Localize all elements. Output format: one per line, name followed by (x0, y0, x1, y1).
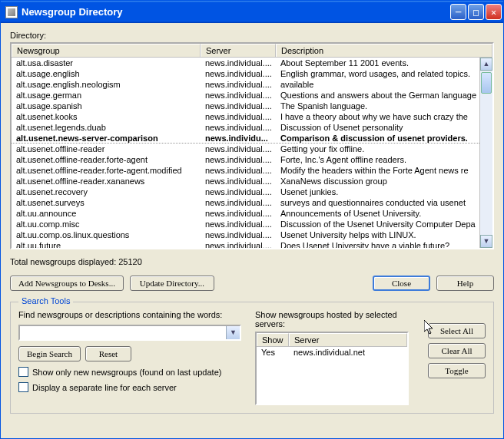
checkbox-label: Display a separate line for each server (32, 383, 177, 392)
select-all-button[interactable]: Select All (428, 323, 486, 338)
table-row[interactable]: alt.usage.germannews.individual....Quest… (12, 90, 479, 101)
help-button[interactable]: Help (436, 276, 494, 291)
table-row[interactable]: alt.usage.spanishnews.individual....The … (12, 101, 479, 111)
cell-newsgroup: alt.usenet.offline-reader (12, 144, 201, 154)
cell-newsgroup: alt.usenet.surveys (12, 197, 201, 208)
table-row[interactable]: alt.usage.english.neologismnews.individu… (12, 79, 479, 90)
vertical-scrollbar[interactable]: ▲ ▼ (479, 58, 492, 248)
cell-description: English grammar, word usages, and relate… (276, 68, 479, 79)
table-row[interactable]: alt.usenet.offline-reader.forte-agent.mo… (12, 165, 479, 176)
server-row[interactable]: Yesnews.individual.net (257, 347, 407, 358)
table-row[interactable]: alt.usenet.offline-reader.forte-agentnew… (12, 154, 479, 165)
cell-newsgroup: alt.usage.spanish (12, 101, 201, 111)
cell-server: news.individual.... (201, 208, 276, 219)
col-server[interactable]: Server (201, 44, 276, 57)
cell-server: news.individual.net (293, 347, 365, 358)
app-icon (5, 6, 18, 18)
table-row[interactable]: alt.usenet.kooksnews.individual....I hav… (12, 111, 479, 122)
scroll-track[interactable] (480, 71, 492, 235)
col-show[interactable]: Show (257, 333, 289, 346)
table-row[interactable]: alt.usenet.offline-readernews.individual… (12, 144, 479, 154)
cell-description: XanaNews discussion group (276, 176, 479, 186)
cell-newsgroup: alt.usage.english (12, 68, 201, 79)
close-button[interactable]: Close (373, 276, 430, 291)
search-tools-group: Search Tools Find newsgroups or descript… (10, 302, 494, 414)
cell-description: About September 11 2001 events. (276, 58, 479, 68)
cell-description: Does Usenet University have a viable fut… (276, 240, 479, 248)
show-hosted-label: Show newsgroups hosted by selected serve… (255, 310, 420, 328)
search-combo[interactable]: ▼ (18, 325, 241, 341)
cell-server: news.individual.... (201, 68, 276, 79)
col-description[interactable]: Description (276, 44, 492, 57)
cell-server: news.individual.... (201, 240, 276, 248)
col-newsgroup[interactable]: Newsgroup (12, 44, 201, 57)
toggle-button[interactable]: Toggle (428, 363, 486, 378)
add-newsgroups-button[interactable]: Add Newsgroups to Desks... (10, 276, 124, 291)
table-row[interactable]: alt.uu.comp.miscnews.individual....Discu… (12, 219, 479, 229)
list-header[interactable]: Newsgroup Server Description (12, 44, 492, 58)
cell-newsgroup: alt.usage.german (12, 90, 201, 101)
col-server-name[interactable]: Server (289, 333, 407, 346)
table-row[interactable]: alt.usenet.surveysnews.individual....sur… (12, 197, 479, 208)
newsgroup-list[interactable]: Newsgroup Server Description alt.usa.dis… (10, 42, 494, 249)
table-row[interactable]: alt.usage.englishnews.individual....Engl… (12, 68, 479, 79)
cell-newsgroup: alt.usenet.kooks (12, 111, 201, 122)
begin-search-button[interactable]: Begin Search (18, 346, 81, 361)
cell-show: Yes (261, 347, 293, 358)
cell-description: Usenet University helps with LINUX. (276, 229, 479, 240)
title-bar[interactable]: Newsgroup Directory ─ □ ✕ (1, 1, 503, 23)
cell-newsgroup: alt.usenet.offline-reader.forte-agent.mo… (12, 165, 201, 176)
list-body: alt.usa.disasternews.individual....About… (12, 58, 492, 248)
window-title: Newsgroup Directory (22, 6, 122, 18)
server-list[interactable]: Show Server Yesnews.individual.net (255, 332, 409, 405)
cell-newsgroup: alt.uu.comp.misc (12, 219, 201, 229)
cell-newsgroup: alt.usenet.offline-reader.xananews (12, 176, 201, 186)
table-row[interactable]: alt.uu.announcenews.individual....Announ… (12, 208, 479, 219)
checkbox-icon[interactable] (18, 367, 28, 377)
table-row[interactable]: alt.usenet.legends.duabnews.individual..… (12, 122, 479, 133)
cell-newsgroup: alt.usenet.recovery (12, 186, 201, 197)
cell-newsgroup: alt.usa.disaster (12, 58, 201, 68)
table-row[interactable]: alt.uu.futurenews.individual....Does Use… (12, 240, 479, 248)
search-input[interactable] (20, 326, 226, 339)
checkbox-display-separate[interactable]: Display a separate line for each server (18, 382, 241, 392)
minimize-button[interactable]: ─ (450, 4, 466, 20)
table-row[interactable]: alt.usenet.offline-reader.xananewsnews.i… (12, 176, 479, 186)
chevron-down-icon[interactable]: ▼ (226, 326, 240, 339)
cell-newsgroup: alt.usenet.legends.duab (12, 122, 201, 133)
scroll-down-icon[interactable]: ▼ (480, 235, 492, 248)
maximize-button[interactable]: □ (468, 4, 484, 20)
cell-description: Comparison & discussion of usenet provid… (276, 133, 479, 144)
table-row[interactable]: alt.usa.disasternews.individual....About… (12, 58, 479, 68)
cell-description: Announcements of Usenet University. (276, 208, 479, 219)
table-row[interactable]: alt.usenet.news-server-comparisonnews.in… (12, 133, 479, 144)
table-row[interactable]: alt.usenet.recoverynews.individual....Us… (12, 186, 479, 197)
cell-server: news.individual.... (201, 165, 276, 176)
cell-description: Modify the headers within the Forte Agen… (276, 165, 479, 176)
cell-server: news.individual.... (201, 154, 276, 165)
update-directory-button[interactable]: Update Directory... (130, 276, 214, 291)
checkbox-icon[interactable] (18, 382, 28, 392)
close-window-button[interactable]: ✕ (486, 4, 502, 20)
cell-newsgroup: alt.uu.comp.os.linux.questions (12, 229, 201, 240)
scroll-thumb[interactable] (481, 72, 492, 94)
cell-description: Forte, Inc.'s Agent offline readers. (276, 154, 479, 165)
find-prompt: Find newsgroups or descriptions containi… (18, 310, 241, 319)
cell-server: news.individual.... (201, 219, 276, 229)
checkbox-show-only-new[interactable]: Show only new newsgroups (found on last … (18, 367, 241, 377)
cell-server: news.individual.... (201, 58, 276, 68)
cell-description: available (276, 79, 479, 90)
cell-description: The Spanish language. (276, 101, 479, 111)
clear-all-button[interactable]: Clear All (428, 343, 486, 358)
reset-button[interactable]: Reset (85, 346, 131, 361)
directory-label: Directory: (10, 31, 494, 40)
window: Newsgroup Directory ─ □ ✕ Directory: New… (0, 0, 504, 439)
total-count: Total newsgroups displayed: 25120 (10, 257, 494, 266)
cell-server: news.individual.... (201, 79, 276, 90)
scroll-up-icon[interactable]: ▲ (480, 58, 492, 71)
table-row[interactable]: alt.uu.comp.os.linux.questionsnews.indiv… (12, 229, 479, 240)
cell-server: news.individual.... (201, 186, 276, 197)
cell-description: Questions and answers about the German l… (276, 90, 479, 101)
cell-server: news.individual.... (201, 229, 276, 240)
cell-newsgroup: alt.usenet.offline-reader.forte-agent (12, 154, 201, 165)
